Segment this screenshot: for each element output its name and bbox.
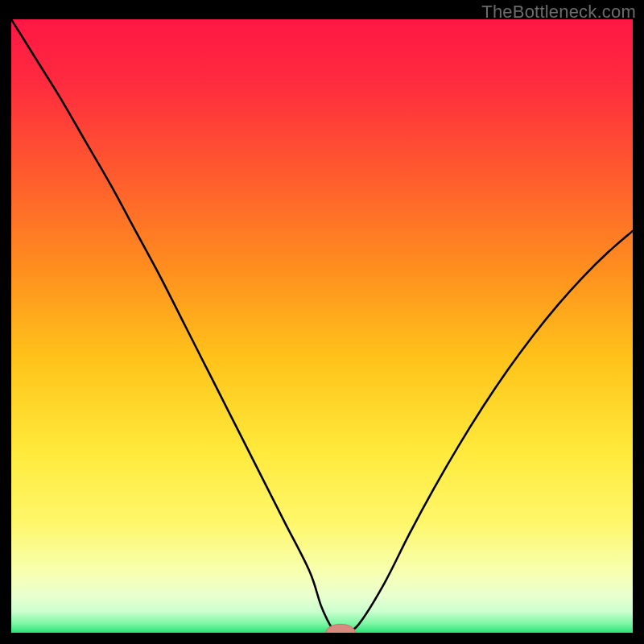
bottleneck-chart	[11, 19, 633, 633]
plot-area	[11, 19, 633, 633]
chart-stage: TheBottleneck.com	[0, 0, 644, 644]
